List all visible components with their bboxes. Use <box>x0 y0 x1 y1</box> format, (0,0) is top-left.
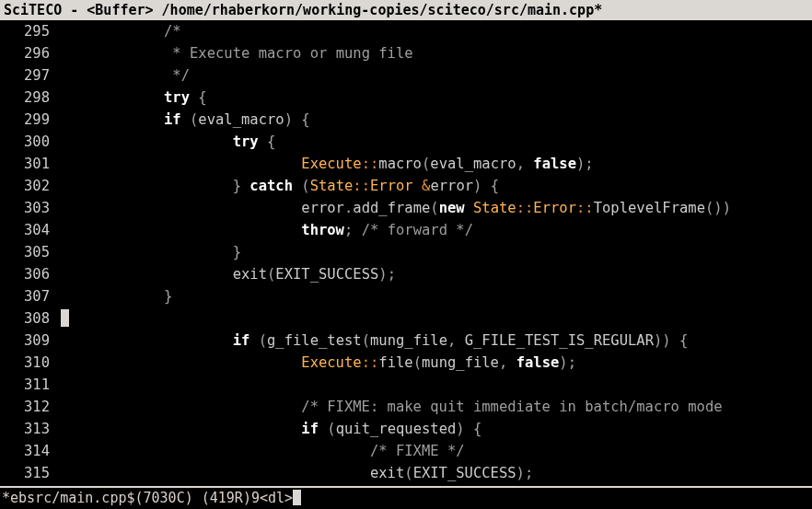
window-title: SciTECO - <Buffer> /home/rhaberkorn/work… <box>0 0 812 20</box>
code-line[interactable]: 301 Execute::macro(eval_macro, false); <box>0 153 812 175</box>
line-content[interactable]: } <box>61 285 812 307</box>
code-line[interactable]: 311 <box>0 374 812 396</box>
line-content[interactable]: if (g_file_test(mung_file, G_FILE_TEST_I… <box>61 330 812 352</box>
code-line[interactable]: 315 exit(EXIT_SUCCESS); <box>0 462 812 484</box>
line-content[interactable]: /* FIXME: make quit immediate in batch/m… <box>61 396 812 418</box>
line-number: 296 <box>0 42 61 64</box>
code-editor[interactable]: 295 /*296 * Execute macro or mung file29… <box>0 20 812 486</box>
status-text: *ebsrc/main.cpp$(7030C) (419R)9<dl> <box>2 490 293 506</box>
code-line[interactable]: 312 /* FIXME: make quit immediate in bat… <box>0 396 812 418</box>
code-line[interactable]: 305 } <box>0 241 812 263</box>
line-content[interactable]: } <box>61 241 812 263</box>
line-content[interactable]: throw; /* forward */ <box>61 219 812 241</box>
line-number: 307 <box>0 285 61 307</box>
line-number: 314 <box>0 440 61 462</box>
line-number: 306 <box>0 263 61 285</box>
line-content[interactable]: try { <box>61 87 812 109</box>
line-content[interactable]: * Execute macro or mung file <box>61 42 812 64</box>
line-number: 302 <box>0 175 61 197</box>
line-number: 311 <box>0 374 61 396</box>
code-line[interactable]: 298 try { <box>0 87 812 109</box>
code-line[interactable]: 300 try { <box>0 131 812 153</box>
line-number: 298 <box>0 87 61 109</box>
line-content[interactable]: Execute::file(mung_file, false); <box>61 352 812 374</box>
cmd-cursor <box>293 490 301 505</box>
line-number: 305 <box>0 241 61 263</box>
line-number: 301 <box>0 153 61 175</box>
line-content[interactable]: exit(EXIT_SUCCESS); <box>61 462 812 484</box>
code-line[interactable]: 299 if (eval_macro) { <box>0 109 812 131</box>
code-line[interactable]: 304 throw; /* forward */ <box>0 219 812 241</box>
line-number: 315 <box>0 462 61 484</box>
line-content[interactable]: /* FIXME */ <box>61 440 812 462</box>
code-line[interactable]: 314 /* FIXME */ <box>0 440 812 462</box>
line-content[interactable]: Execute::macro(eval_macro, false); <box>61 153 812 175</box>
line-number: 304 <box>0 219 61 241</box>
line-number: 309 <box>0 330 61 352</box>
code-line[interactable]: 307 } <box>0 285 812 307</box>
line-number: 299 <box>0 109 61 131</box>
code-line[interactable]: 296 * Execute macro or mung file <box>0 42 812 64</box>
code-line[interactable]: 306 exit(EXIT_SUCCESS); <box>0 263 812 285</box>
line-content[interactable]: exit(EXIT_SUCCESS); <box>61 263 812 285</box>
line-number: 300 <box>0 131 61 153</box>
code-line[interactable]: 297 */ <box>0 64 812 87</box>
status-bar[interactable]: *ebsrc/main.cpp$(7030C) (419R)9<dl> <box>0 488 812 509</box>
code-line[interactable]: 303 error.add_frame(new State::Error::To… <box>0 197 812 219</box>
line-content[interactable] <box>61 307 812 330</box>
code-line[interactable]: 310 Execute::file(mung_file, false); <box>0 352 812 374</box>
line-number: 310 <box>0 352 61 374</box>
line-number: 313 <box>0 418 61 440</box>
line-number: 312 <box>0 396 61 418</box>
code-line[interactable]: 302 } catch (State::Error &error) { <box>0 175 812 197</box>
line-content[interactable]: /* <box>61 20 812 42</box>
line-number: 303 <box>0 197 61 219</box>
code-line[interactable]: 309 if (g_file_test(mung_file, G_FILE_TE… <box>0 330 812 352</box>
line-content[interactable]: */ <box>61 64 812 87</box>
line-number: 295 <box>0 20 61 42</box>
line-content[interactable]: error.add_frame(new State::Error::Toplev… <box>61 197 812 219</box>
line-content[interactable] <box>61 374 812 396</box>
line-content[interactable]: if (quit_requested) { <box>61 418 812 440</box>
line-number: 297 <box>0 64 61 87</box>
line-number: 308 <box>0 307 61 330</box>
code-line[interactable]: 308 <box>0 307 812 330</box>
line-content[interactable]: if (eval_macro) { <box>61 109 812 131</box>
line-content[interactable]: } catch (State::Error &error) { <box>61 175 812 197</box>
line-content[interactable]: try { <box>61 131 812 153</box>
text-cursor <box>61 309 69 327</box>
code-line[interactable]: 313 if (quit_requested) { <box>0 418 812 440</box>
code-line[interactable]: 295 /* <box>0 20 812 42</box>
